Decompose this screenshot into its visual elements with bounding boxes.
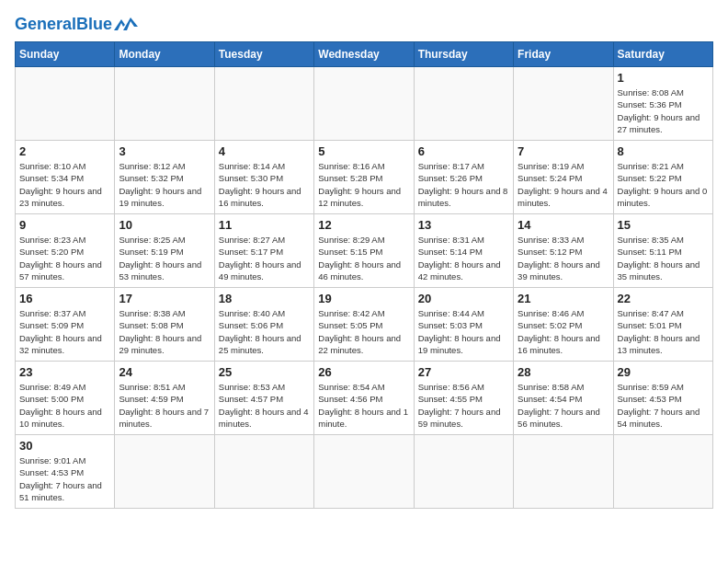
day-number: 6 [418, 144, 509, 158]
calendar-cell: 19Sunrise: 8:42 AM Sunset: 5:05 PM Dayli… [314, 288, 414, 362]
calendar-cell [514, 435, 613, 509]
day-info: Sunrise: 8:51 AM Sunset: 4:59 PM Dayligh… [119, 381, 210, 430]
day-info: Sunrise: 8:14 AM Sunset: 5:30 PM Dayligh… [219, 160, 310, 209]
day-number: 22 [618, 292, 709, 305]
logo-blue: Blue [76, 15, 112, 33]
day-info: Sunrise: 8:10 AM Sunset: 5:34 PM Dayligh… [19, 160, 110, 209]
calendar-cell: 1Sunrise: 8:08 AM Sunset: 5:36 PM Daylig… [613, 67, 712, 141]
day-number: 1 [618, 71, 709, 85]
calendar-cell: 24Sunrise: 8:51 AM Sunset: 4:59 PM Dayli… [115, 362, 214, 435]
day-number: 13 [418, 218, 509, 232]
day-info: Sunrise: 8:12 AM Sunset: 5:32 PM Dayligh… [119, 160, 210, 209]
col-header-thursday: Thursday [414, 42, 513, 67]
calendar-cell [314, 435, 414, 509]
calendar-table: SundayMondayTuesdayWednesdayThursdayFrid… [15, 41, 713, 509]
day-number: 27 [418, 365, 509, 379]
day-info: Sunrise: 8:37 AM Sunset: 5:09 PM Dayligh… [19, 307, 110, 356]
calendar-cell: 22Sunrise: 8:47 AM Sunset: 5:01 PM Dayli… [613, 288, 712, 362]
calendar-cell [214, 67, 313, 141]
day-info: Sunrise: 8:49 AM Sunset: 5:00 PM Dayligh… [19, 381, 110, 430]
day-info: Sunrise: 8:35 AM Sunset: 5:11 PM Dayligh… [618, 234, 709, 282]
logo-icon [114, 14, 140, 34]
calendar-cell: 8Sunrise: 8:21 AM Sunset: 5:22 PM Daylig… [613, 141, 712, 214]
calendar-cell: 23Sunrise: 8:49 AM Sunset: 5:00 PM Dayli… [16, 362, 115, 435]
day-info: Sunrise: 8:46 AM Sunset: 5:02 PM Dayligh… [518, 307, 609, 356]
svg-marker-0 [123, 17, 138, 30]
day-number: 9 [19, 218, 110, 232]
day-info: Sunrise: 8:27 AM Sunset: 5:17 PM Dayligh… [219, 234, 310, 282]
day-number: 8 [618, 144, 709, 158]
day-number: 23 [19, 365, 110, 379]
calendar-week-5: 30Sunrise: 9:01 AM Sunset: 4:53 PM Dayli… [16, 435, 713, 509]
calendar-week-2: 9Sunrise: 8:23 AM Sunset: 5:20 PM Daylig… [16, 214, 713, 288]
day-info: Sunrise: 8:33 AM Sunset: 5:12 PM Dayligh… [518, 234, 609, 282]
calendar-cell [214, 435, 313, 509]
day-number: 17 [119, 292, 210, 305]
calendar-week-3: 16Sunrise: 8:37 AM Sunset: 5:09 PM Dayli… [16, 288, 713, 362]
day-number: 7 [518, 144, 609, 158]
calendar-cell: 10Sunrise: 8:25 AM Sunset: 5:19 PM Dayli… [115, 214, 214, 288]
calendar-cell: 9Sunrise: 8:23 AM Sunset: 5:20 PM Daylig… [16, 214, 115, 288]
calendar-cell: 28Sunrise: 8:58 AM Sunset: 4:54 PM Dayli… [514, 362, 613, 435]
day-info: Sunrise: 8:17 AM Sunset: 5:26 PM Dayligh… [418, 160, 509, 209]
day-info: Sunrise: 8:53 AM Sunset: 4:57 PM Dayligh… [219, 381, 310, 430]
calendar-cell: 6Sunrise: 8:17 AM Sunset: 5:26 PM Daylig… [414, 141, 513, 214]
calendar-cell [115, 435, 214, 509]
col-header-saturday: Saturday [613, 42, 712, 67]
calendar-week-4: 23Sunrise: 8:49 AM Sunset: 5:00 PM Dayli… [16, 362, 713, 435]
calendar-cell: 25Sunrise: 8:53 AM Sunset: 4:57 PM Dayli… [214, 362, 313, 435]
day-info: Sunrise: 8:31 AM Sunset: 5:14 PM Dayligh… [418, 234, 509, 282]
calendar-cell: 21Sunrise: 8:46 AM Sunset: 5:02 PM Dayli… [514, 288, 613, 362]
day-number: 28 [518, 365, 609, 379]
calendar-cell [414, 435, 513, 509]
calendar-cell [115, 67, 214, 141]
page-header: GeneralBlue [15, 15, 713, 34]
day-number: 2 [19, 144, 110, 158]
day-info: Sunrise: 8:56 AM Sunset: 4:55 PM Dayligh… [418, 381, 509, 430]
day-info: Sunrise: 8:23 AM Sunset: 5:20 PM Dayligh… [19, 234, 110, 282]
day-number: 12 [318, 218, 409, 232]
col-header-sunday: Sunday [16, 42, 115, 67]
day-number: 16 [19, 292, 110, 305]
day-number: 29 [618, 365, 709, 379]
day-number: 3 [119, 144, 210, 158]
day-info: Sunrise: 8:40 AM Sunset: 5:06 PM Dayligh… [219, 307, 310, 356]
day-number: 24 [119, 365, 210, 379]
logo: GeneralBlue [15, 15, 140, 34]
col-header-tuesday: Tuesday [214, 42, 313, 67]
day-number: 30 [19, 439, 110, 453]
day-info: Sunrise: 8:54 AM Sunset: 4:56 PM Dayligh… [318, 381, 409, 430]
calendar-cell [514, 67, 613, 141]
calendar-cell: 3Sunrise: 8:12 AM Sunset: 5:32 PM Daylig… [115, 141, 214, 214]
calendar-cell: 16Sunrise: 8:37 AM Sunset: 5:09 PM Dayli… [16, 288, 115, 362]
col-header-wednesday: Wednesday [314, 42, 414, 67]
day-number: 4 [219, 144, 310, 158]
calendar-week-1: 2Sunrise: 8:10 AM Sunset: 5:34 PM Daylig… [16, 141, 713, 214]
calendar-cell: 29Sunrise: 8:59 AM Sunset: 4:53 PM Dayli… [613, 362, 712, 435]
day-info: Sunrise: 8:42 AM Sunset: 5:05 PM Dayligh… [318, 307, 409, 356]
calendar-cell: 7Sunrise: 8:19 AM Sunset: 5:24 PM Daylig… [514, 141, 613, 214]
calendar-cell [314, 67, 414, 141]
day-number: 18 [219, 292, 310, 305]
col-header-monday: Monday [115, 42, 214, 67]
day-info: Sunrise: 8:47 AM Sunset: 5:01 PM Dayligh… [618, 307, 709, 356]
day-info: Sunrise: 8:21 AM Sunset: 5:22 PM Dayligh… [618, 160, 709, 209]
day-number: 25 [219, 365, 310, 379]
day-info: Sunrise: 8:25 AM Sunset: 5:19 PM Dayligh… [119, 234, 210, 282]
day-number: 10 [119, 218, 210, 232]
day-number: 21 [518, 292, 609, 305]
calendar-cell: 5Sunrise: 8:16 AM Sunset: 5:28 PM Daylig… [314, 141, 414, 214]
day-info: Sunrise: 8:08 AM Sunset: 5:36 PM Dayligh… [618, 86, 709, 135]
calendar-cell: 18Sunrise: 8:40 AM Sunset: 5:06 PM Dayli… [214, 288, 313, 362]
day-info: Sunrise: 9:01 AM Sunset: 4:53 PM Dayligh… [19, 454, 110, 503]
day-number: 26 [318, 365, 409, 379]
day-info: Sunrise: 8:59 AM Sunset: 4:53 PM Dayligh… [618, 381, 709, 430]
calendar-cell: 26Sunrise: 8:54 AM Sunset: 4:56 PM Dayli… [314, 362, 414, 435]
calendar-cell: 13Sunrise: 8:31 AM Sunset: 5:14 PM Dayli… [414, 214, 513, 288]
calendar-cell: 30Sunrise: 9:01 AM Sunset: 4:53 PM Dayli… [16, 435, 115, 509]
logo-text: GeneralBlue [15, 15, 112, 34]
svg-marker-1 [114, 19, 125, 30]
calendar-cell [16, 67, 115, 141]
calendar-cell: 11Sunrise: 8:27 AM Sunset: 5:17 PM Dayli… [214, 214, 313, 288]
calendar-cell: 4Sunrise: 8:14 AM Sunset: 5:30 PM Daylig… [214, 141, 313, 214]
